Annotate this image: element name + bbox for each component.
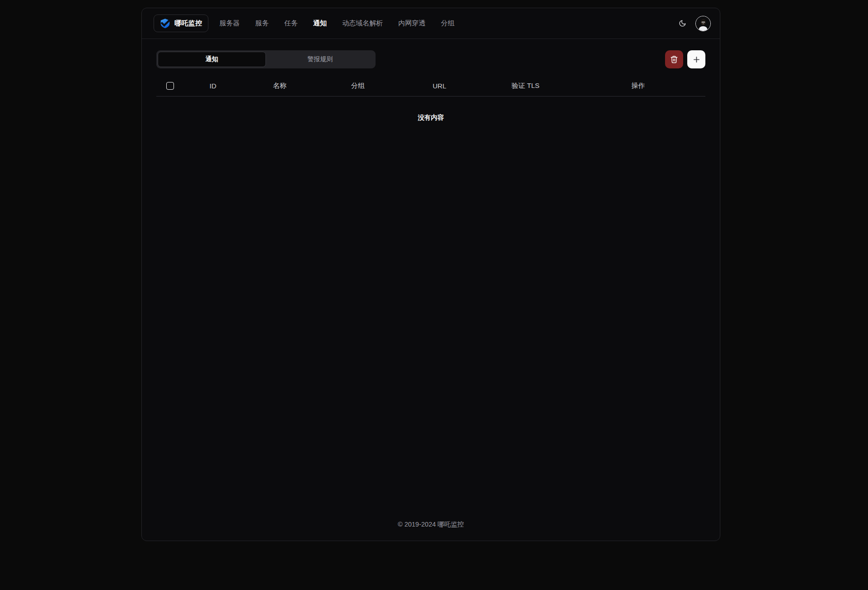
trash-icon <box>670 55 678 63</box>
toolbar: 通知 警报规则 <box>156 50 705 68</box>
nav-item-notifications[interactable]: 通知 <box>313 19 327 28</box>
moon-icon <box>679 19 686 27</box>
plus-icon <box>692 55 701 64</box>
navbar-right <box>675 16 711 31</box>
nav-item-services[interactable]: 服务 <box>255 19 269 28</box>
footer-copyright: © 2019-2024 哪吒监控 <box>142 520 720 529</box>
add-button[interactable] <box>687 50 705 68</box>
table-header-id: ID <box>183 82 242 90</box>
nav-item-servers[interactable]: 服务器 <box>219 19 240 28</box>
brand-name: 哪吒监控 <box>174 19 202 28</box>
nav-links: 服务器 服务 任务 通知 动态域名解析 内网穿透 分组 <box>219 19 454 28</box>
tab-alert-rules[interactable]: 警报规则 <box>266 52 374 67</box>
table-header-actions: 操作 <box>571 82 705 90</box>
tab-switcher: 通知 警报规则 <box>156 50 376 68</box>
content-area: 通知 警报规则 <box>142 50 720 552</box>
navbar: 哪吒监控 服务器 服务 任务 通知 动态域名解析 内网穿透 分组 <box>142 8 720 39</box>
table-header-url: URL <box>399 82 480 90</box>
table-header-name: 名称 <box>242 82 317 90</box>
shield-check-icon <box>160 18 170 29</box>
nav-item-tasks[interactable]: 任务 <box>284 19 298 28</box>
nav-item-ddns[interactable]: 动态域名解析 <box>342 19 383 28</box>
table-header-verify-tls: 验证 TLS <box>480 82 571 90</box>
select-all-checkbox[interactable] <box>166 82 174 90</box>
table-header-row: ID 名称 分组 URL 验证 TLS 操作 <box>156 76 705 97</box>
delete-button[interactable] <box>665 50 683 68</box>
nav-item-nat[interactable]: 内网穿透 <box>398 19 425 28</box>
theme-toggle-button[interactable] <box>675 16 690 31</box>
nav-item-groups[interactable]: 分组 <box>441 19 454 28</box>
table-header-select <box>156 82 183 90</box>
empty-state-text: 没有内容 <box>156 113 705 122</box>
user-avatar[interactable] <box>695 16 711 31</box>
tab-notifications[interactable]: 通知 <box>158 52 266 67</box>
main-panel: 哪吒监控 服务器 服务 任务 通知 动态域名解析 内网穿透 分组 <box>141 8 720 541</box>
toolbar-actions <box>665 50 705 68</box>
brand-logo-button[interactable]: 哪吒监控 <box>154 15 208 32</box>
table-header-group: 分组 <box>317 82 399 90</box>
